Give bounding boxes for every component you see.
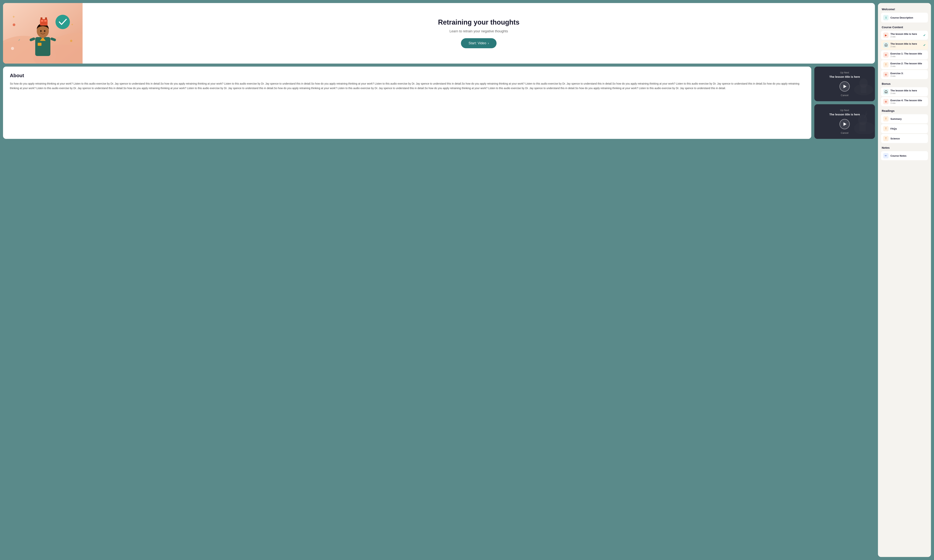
course-desc-label: Course Description	[891, 16, 913, 19]
lesson2-content: The lesson title is here 3 min	[891, 42, 921, 48]
bonus2-meta: 3 min	[891, 102, 926, 104]
lesson1-content: The lesson title is here 3 min	[891, 32, 921, 38]
notes-title: Course Notes	[891, 154, 926, 157]
bonus2-icon: ⊕	[883, 99, 889, 104]
svg-point-8	[40, 30, 42, 32]
sidebar: Welcome! ℹ Course Description Course Con…	[878, 3, 931, 557]
sidebar-item-lesson2[interactable]: 🎧 The lesson title is here 3 min ✔	[881, 40, 928, 49]
faqs-content: FAQs	[891, 127, 926, 130]
about-card: About So how do you apply retraining thi…	[3, 66, 811, 139]
about-text: So how do you apply retraining thinking …	[10, 82, 804, 91]
sidebar-item-bonus1[interactable]: 🎧 The lesson title is here 3 min	[881, 87, 928, 96]
summary-content: Summary	[891, 117, 926, 120]
info-icon: ℹ	[883, 15, 889, 20]
svg-rect-10	[40, 19, 48, 26]
sidebar-item-science[interactable]: T Science	[881, 134, 928, 143]
faqs-icon: T	[883, 126, 889, 131]
exercise2-icon: T	[883, 62, 889, 67]
sidebar-item-summary[interactable]: T Summary	[881, 114, 928, 123]
sidebar-item-faqs[interactable]: T FAQs	[881, 124, 928, 133]
up-next-card-2: Up Next The lesson title is here Cancel	[814, 104, 875, 139]
svg-rect-29	[859, 123, 866, 131]
svg-text:+: +	[71, 23, 73, 26]
sidebar-item-bonus2[interactable]: ⊕ Exercise 4: The lesson title 3 min	[881, 97, 928, 106]
exercise2-meta: 3 min	[891, 65, 926, 67]
start-video-button[interactable]: Start: Video ›	[461, 38, 497, 48]
hero-illustration: + + ✓	[3, 3, 83, 63]
sidebar-course-desc[interactable]: ℹ Course Description	[881, 13, 928, 23]
summary-title: Summary	[891, 117, 926, 120]
svg-rect-14	[44, 20, 46, 22]
up-next-card-1: Up Next The lesson title is here Cancel	[814, 66, 875, 101]
science-title: Science	[891, 137, 926, 140]
bonus2-title: Exercise 4: The lesson title	[891, 99, 926, 102]
svg-rect-13	[41, 20, 43, 22]
sidebar-item-exercise3[interactable]: ⊕ Exercise 3: 3 min	[881, 70, 928, 79]
hero-subtitle: Learn to retrain your negative thoughts	[449, 29, 508, 33]
hero-text: Retraining your thoughts Learn to retrai…	[83, 11, 875, 56]
sidebar-notes-title: Notes	[881, 146, 928, 149]
about-title: About	[10, 73, 804, 78]
exercise3-title: Exercise 3:	[891, 72, 926, 75]
lesson1-title: The lesson title is here	[891, 32, 921, 35]
sidebar-item-lesson1[interactable]: ▶ The lesson title is here 3 min ✔	[881, 31, 928, 40]
hero-title: Retraining your thoughts	[438, 18, 519, 26]
bonus2-content: Exercise 4: The lesson title 3 min	[891, 99, 926, 104]
exercise1-meta: 3 min	[891, 55, 926, 57]
sidebar-item-exercise1[interactable]: ⊕ Exercise 1: The lesson title 3 min	[881, 50, 928, 59]
main-content: + + ✓ Retraining your thoughts Learn to …	[3, 3, 875, 557]
lesson2-meta: 3 min	[891, 45, 921, 48]
sidebar-item-exercise2[interactable]: T Exercise 2: The lesson title 3 min	[881, 60, 928, 69]
bonus1-icon: 🎧	[883, 89, 889, 94]
svg-point-20	[13, 23, 15, 26]
hero-card: + + ✓ Retraining your thoughts Learn to …	[3, 3, 875, 63]
svg-point-23	[56, 15, 70, 29]
sidebar-welcome-title: Welcome!	[881, 8, 928, 11]
svg-rect-4	[38, 43, 42, 46]
svg-text:✓: ✓	[18, 38, 20, 42]
exercise3-meta: 3 min	[891, 75, 926, 77]
svg-text:+: +	[12, 14, 15, 19]
science-icon: T	[883, 136, 889, 141]
faqs-title: FAQs	[891, 127, 926, 130]
exercise2-title: Exercise 2: The lesson title	[891, 62, 926, 65]
up-next-bg-1	[814, 66, 875, 101]
sidebar-readings-title: Readings	[881, 109, 928, 112]
bonus1-title: The lesson title is here	[891, 89, 926, 92]
exercise1-title: Exercise 1: The lesson title	[891, 52, 926, 55]
svg-point-21	[11, 47, 14, 50]
lesson1-meta: 3 min	[891, 35, 921, 38]
svg-point-9	[44, 30, 45, 32]
svg-rect-11	[40, 17, 42, 20]
notes-content: Course Notes	[891, 154, 926, 157]
bonus1-meta: 3 min	[891, 92, 926, 94]
science-content: Science	[891, 137, 926, 140]
exercise1-icon: ⊕	[883, 52, 889, 57]
sidebar-course-content-title: Course Content	[881, 26, 928, 29]
video-icon: ▶	[883, 32, 889, 38]
exercise3-content: Exercise 3: 3 min	[891, 72, 926, 77]
svg-rect-26	[861, 86, 866, 93]
audio-icon: 🎧	[883, 42, 889, 48]
lesson2-title: The lesson title is here	[891, 42, 921, 45]
sidebar-item-course-notes[interactable]: ✏ Course Notes	[881, 151, 928, 160]
exercise3-icon: ⊕	[883, 72, 889, 77]
sidebar-bonus-title: Bonus	[881, 82, 928, 85]
up-next-bg-2	[814, 104, 875, 139]
lesson2-check: ✔	[923, 43, 926, 47]
bonus1-content: The lesson title is here 3 min	[891, 89, 926, 94]
lesson1-check: ✔	[923, 34, 926, 37]
pencil-icon: ✏	[883, 153, 889, 158]
bottom-row: About So how do you apply retraining thi…	[3, 66, 875, 139]
svg-rect-12	[45, 17, 47, 20]
exercise2-content: Exercise 2: The lesson title 3 min	[891, 62, 926, 67]
svg-point-22	[70, 40, 73, 42]
exercise1-content: Exercise 1: The lesson title 3 min	[891, 52, 926, 57]
summary-icon: T	[883, 116, 889, 122]
up-next-column: Up Next The lesson title is here Cancel	[814, 66, 875, 139]
